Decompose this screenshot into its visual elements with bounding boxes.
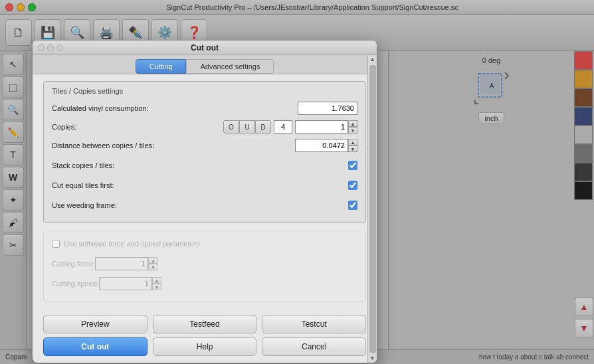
scroll-thumb[interactable] (369, 65, 376, 353)
distance-spinner: ▲ ▼ (348, 139, 357, 152)
distance-input[interactable] (295, 139, 348, 152)
cutting-force-input (95, 257, 148, 270)
section-title-tiles: Tiles / Copies settings (52, 87, 357, 95)
calc-vinyl-row: Calculated vinyl consumption: (52, 100, 357, 116)
dialog-tl-2[interactable] (47, 45, 54, 51)
copies-row: Copies: O U D ▲ ▼ (52, 120, 357, 134)
scroll-up-arrow[interactable]: ▲ (369, 55, 377, 64)
copies-u-btn[interactable]: U (239, 120, 255, 134)
tab-cutting[interactable]: Cutting (136, 59, 187, 74)
cutting-force-row: Cutting force: ▲ ▼ (52, 256, 357, 272)
cutting-speed-group: ▲ ▼ (99, 277, 161, 290)
distance-spin-up[interactable]: ▲ (348, 139, 357, 145)
speed-spin-up: ▲ (152, 277, 161, 284)
tab-advanced[interactable]: Advanced settings (186, 59, 274, 74)
weeding-row: Use weeding frame: (52, 197, 357, 213)
dialog-tl-1[interactable] (38, 45, 45, 51)
distance-input-group: ▲ ▼ (295, 139, 357, 152)
use-software-checkbox[interactable] (52, 240, 60, 248)
cut-equal-checkbox[interactable] (348, 181, 357, 190)
tiles-copies-section: Tiles / Copies settings Calculated vinyl… (43, 81, 366, 223)
dialog-scrollbar[interactable]: ▲ ▼ (367, 55, 377, 363)
testfeed-button[interactable]: Testfeed (153, 315, 257, 333)
cut-out-dialog: Cut out Cutting Advanced settings Tiles … (32, 40, 377, 363)
dialog-tab-bar: Cutting Advanced settings (33, 55, 377, 74)
distance-spin-down[interactable]: ▼ (348, 145, 357, 152)
cut-equal-row: Cut equal tiles first: (52, 177, 357, 193)
dialog-tl-3[interactable] (56, 45, 63, 51)
copies-label: Copies: (52, 123, 223, 131)
cutting-speed-label: Cutting speed: (52, 280, 99, 288)
weeding-label: Use weeding frame: (52, 201, 348, 209)
speed-spin-down: ▼ (152, 284, 161, 290)
use-software-label: Use software force and speed parameters (64, 240, 200, 248)
copies-o-btn[interactable]: O (223, 120, 239, 134)
distance-label: Distance between copies / tiles: (52, 141, 295, 149)
cutting-speed-row: Cutting speed: ▲ ▼ (52, 276, 357, 292)
dialog-buttons-bottom: Cut out Help Cancel (33, 337, 377, 363)
dialog-title: Cut out (191, 43, 219, 52)
stack-copies-checkbox[interactable] (348, 161, 357, 170)
force-speed-section: Use software force and speed parameters … (43, 230, 366, 302)
cancel-button[interactable]: Cancel (262, 337, 366, 356)
preview-button[interactable]: Preview (43, 315, 148, 333)
copies-d-btn[interactable]: D (255, 120, 271, 134)
scroll-down-arrow[interactable]: ▼ (369, 354, 377, 363)
copies-spin-up[interactable]: ▲ (348, 120, 357, 127)
cutting-force-label: Cutting force: (52, 260, 95, 268)
cutting-speed-input (99, 277, 152, 290)
copies-count-input[interactable] (274, 120, 292, 134)
copies-spinner: ▲ ▼ (348, 120, 357, 134)
dialog-buttons-top: Preview Testfeed Testcut (33, 315, 377, 337)
cutting-force-group: ▲ ▼ (95, 257, 157, 270)
testcut-button[interactable]: Testcut (262, 315, 366, 333)
force-spinner: ▲ ▼ (148, 257, 157, 270)
stack-copies-label: Stack copies / tiles: (52, 161, 348, 169)
stack-copies-row: Stack copies / tiles: (52, 157, 357, 173)
help-button[interactable]: Help (153, 337, 257, 356)
dialog-titlebar: Cut out (33, 41, 377, 55)
speed-spinner: ▲ ▼ (152, 277, 161, 290)
cut-out-button[interactable]: Cut out (43, 337, 148, 356)
cut-equal-label: Cut equal tiles first: (52, 181, 348, 189)
copies-val-input[interactable] (295, 120, 348, 134)
use-software-row: Use software force and speed parameters (52, 236, 357, 252)
dialog-content: Tiles / Copies settings Calculated vinyl… (33, 74, 377, 315)
copies-spin-down[interactable]: ▼ (348, 127, 357, 134)
force-spin-down: ▼ (148, 264, 157, 270)
calc-vinyl-input[interactable] (298, 102, 357, 115)
dialog-traffic-lights (38, 45, 63, 51)
weeding-checkbox[interactable] (348, 201, 357, 210)
force-spin-up: ▲ (148, 257, 157, 264)
distance-row: Distance between copies / tiles: ▲ ▼ (52, 137, 357, 153)
calc-vinyl-label: Calculated vinyl consumption: (52, 104, 298, 112)
